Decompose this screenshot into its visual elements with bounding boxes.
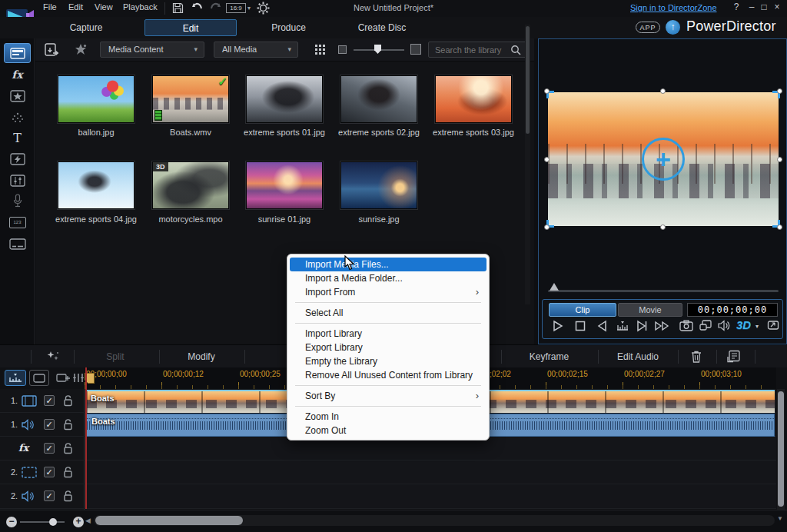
resize-handle[interactable]	[544, 224, 550, 230]
playhead-line[interactable]	[85, 367, 87, 509]
import-media-icon[interactable]	[45, 43, 59, 57]
add-media-plus-icon[interactable]: +	[642, 138, 685, 181]
menu-item-import-library[interactable]: Import Library	[290, 327, 486, 341]
previous-frame-button[interactable]	[596, 320, 607, 332]
resize-handle[interactable]	[777, 224, 782, 230]
library-item-thumbnail[interactable]	[340, 161, 417, 209]
resize-handle[interactable]	[544, 88, 550, 94]
menu-item-remove-unused[interactable]: Remove All Unused Content from Library	[290, 368, 486, 382]
aspect-chevron-icon[interactable]: ▾	[247, 5, 251, 12]
resize-handle[interactable]	[777, 88, 782, 94]
library-scrollbar[interactable]	[525, 25, 530, 304]
redo-icon[interactable]	[209, 2, 222, 14]
content-filter-dropdown[interactable]: Media Content ▾	[100, 42, 204, 58]
tab-create-disc[interactable]: Create Disc	[340, 19, 424, 36]
scroll-down-arrow[interactable]: ▼	[777, 515, 783, 522]
scroll-left-arrow[interactable]: ◀	[85, 517, 91, 524]
sidebar-item-audio-mixing-room[interactable]	[4, 171, 31, 191]
menu-item-export-library[interactable]: Export Library	[290, 341, 486, 354]
tab-produce[interactable]: Produce	[252, 19, 325, 36]
stop-button[interactable]	[575, 320, 586, 332]
track-lock-icon[interactable]	[63, 466, 73, 478]
menu-item-zoom-out[interactable]: Zoom Out	[290, 424, 486, 437]
produce-range-icon[interactable]	[727, 350, 741, 363]
tab-capture[interactable]: Capture	[48, 19, 125, 36]
clip-mode-tab[interactable]: Clip	[549, 303, 616, 317]
menu-item-select-all[interactable]: Select All	[290, 306, 486, 320]
volume-button[interactable]	[718, 320, 730, 331]
menu-playback[interactable]: Playback	[123, 2, 158, 12]
horizontal-scrollbar-thumb[interactable]	[95, 516, 243, 525]
help-button[interactable]: ?	[730, 2, 742, 12]
search-icon[interactable]	[510, 45, 521, 55]
fast-forward-button[interactable]	[655, 320, 670, 332]
undock-preview-button[interactable]	[767, 320, 779, 331]
tab-edit[interactable]: Edit	[144, 19, 237, 36]
track-manager-button[interactable]	[72, 370, 85, 386]
media-plugin-icon[interactable]	[74, 43, 88, 57]
seek-handle-icon[interactable]	[550, 283, 559, 291]
app-badge[interactable]: APP	[636, 22, 660, 33]
grid-view-icon[interactable]	[315, 45, 326, 55]
timeline-zoom-slider-track[interactable]	[20, 521, 65, 523]
track-enable-checkbox[interactable]: ✓	[44, 419, 55, 430]
split-button[interactable]: Split	[85, 351, 146, 362]
play-button[interactable]	[552, 320, 564, 332]
thumbnail-small-icon[interactable]	[338, 45, 347, 54]
sidebar-item-title-room[interactable]: T	[4, 128, 31, 148]
aspect-ratio-selector[interactable]: 16:9	[226, 3, 246, 13]
3d-toggle-button[interactable]: 3D	[736, 318, 751, 332]
timeline-zoom-out-button[interactable]: −	[6, 517, 17, 527]
menu-item-zoom-in[interactable]: Zoom In	[290, 410, 486, 424]
media-type-dropdown[interactable]: All Media ▾	[214, 42, 298, 58]
menu-file[interactable]: File	[43, 2, 57, 12]
track-enable-checkbox[interactable]: ✓	[44, 443, 55, 454]
track-enable-checkbox[interactable]: ✓	[44, 490, 55, 501]
track-lock-icon[interactable]	[63, 490, 73, 502]
library-item-thumbnail[interactable]: ✓	[152, 75, 229, 123]
timecode-display[interactable]: 00;00;00;00	[687, 303, 778, 317]
library-item-thumbnail[interactable]	[435, 75, 512, 123]
resize-handle[interactable]	[544, 157, 550, 162]
sidebar-item-particle-room[interactable]	[4, 108, 31, 128]
track-enable-checkbox[interactable]: ✓	[44, 467, 55, 477]
preview-video-frame[interactable]: +	[548, 92, 779, 226]
track-lock-icon[interactable]	[63, 442, 73, 454]
sidebar-item-effect-room[interactable]: fx	[4, 65, 31, 85]
library-item-thumbnail[interactable]	[58, 161, 134, 209]
dual-preview-button[interactable]	[699, 320, 712, 331]
save-icon[interactable]	[172, 2, 184, 14]
menu-view[interactable]: View	[95, 2, 113, 12]
menu-item-import-media-folder[interactable]: Import a Media Folder...	[290, 271, 486, 285]
library-scrollbar-thumb[interactable]	[526, 26, 530, 134]
storyboard-view-button[interactable]	[29, 370, 49, 386]
resize-handle[interactable]	[660, 88, 666, 94]
menu-item-import-from[interactable]: Import From ›	[290, 285, 486, 299]
keyframe-button[interactable]: Keyframe	[509, 351, 589, 362]
timeline-view-button[interactable]	[5, 370, 26, 386]
close-button[interactable]: ×	[771, 2, 783, 12]
step-marker-button[interactable]	[616, 320, 629, 332]
sidebar-item-transition-room[interactable]	[4, 149, 31, 169]
sidebar-item-chapter-room[interactable]: 123	[4, 212, 31, 232]
sidebar-item-media-room[interactable]	[4, 43, 31, 63]
thumbnail-size-slider-handle[interactable]	[374, 45, 381, 54]
resize-handle[interactable]	[660, 224, 666, 230]
library-item-thumbnail[interactable]: 3D	[152, 161, 229, 209]
snapshot-camera-button[interactable]	[679, 320, 693, 331]
library-item-thumbnail[interactable]	[340, 75, 417, 123]
timeline-zoom-slider-handle[interactable]	[49, 518, 57, 526]
maximize-button[interactable]: □	[758, 2, 770, 12]
menu-item-import-media-files[interactable]: Import Media Files...	[290, 258, 486, 271]
thumbnail-large-icon[interactable]	[410, 44, 421, 55]
track-lock-icon[interactable]	[63, 418, 73, 431]
menu-item-sort-by[interactable]: Sort By ›	[290, 389, 486, 403]
track-enable-checkbox[interactable]: ✓	[44, 395, 55, 406]
edit-audio-button[interactable]: Edit Audio	[603, 351, 672, 362]
resize-handle[interactable]	[777, 157, 782, 162]
library-item-thumbnail[interactable]	[246, 75, 323, 123]
preview-seek-bar[interactable]	[548, 290, 779, 292]
menu-edit[interactable]: Edit	[68, 2, 83, 12]
sidebar-item-voice-over-room[interactable]	[4, 191, 31, 211]
sidebar-item-subtitle-room[interactable]	[4, 234, 31, 254]
